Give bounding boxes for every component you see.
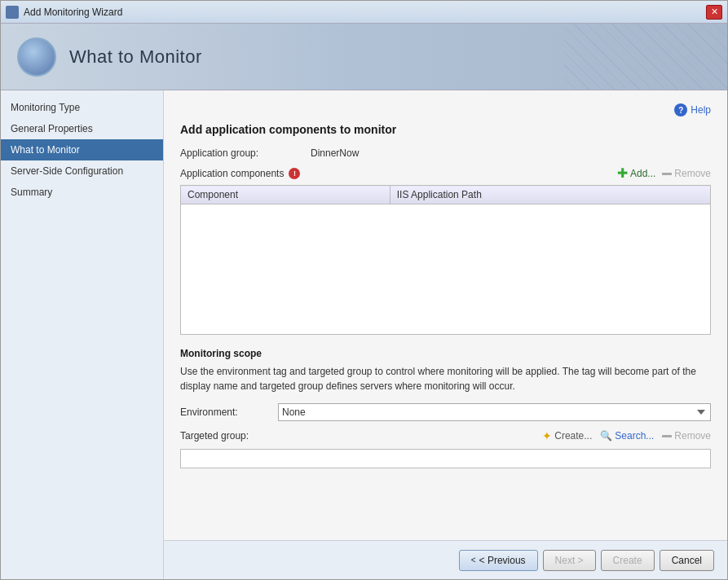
- scope-description: Use the environment tag and targeted gro…: [180, 364, 711, 393]
- targeted-group-input-area: [180, 449, 711, 468]
- sidebar-item-summary[interactable]: Summary: [1, 182, 163, 203]
- remove-button[interactable]: Remove: [662, 168, 711, 179]
- table-toolbar: ✚ Add... Remove: [617, 167, 711, 180]
- app-group-label: Application group:: [180, 147, 311, 159]
- sidebar-item-what-to-monitor[interactable]: What to Monitor: [1, 139, 163, 160]
- create-wizard-button[interactable]: Create: [601, 550, 655, 571]
- section-title: Add application components to monitor: [180, 123, 711, 136]
- main-content: ? Help Add application components to mon…: [164, 90, 727, 540]
- window-icon: [6, 6, 19, 19]
- main-panel: ? Help Add application components to mon…: [164, 90, 727, 579]
- table-empty-row: [181, 204, 711, 335]
- environment-label: Environment:: [180, 406, 278, 418]
- remove-icon: [662, 173, 672, 175]
- title-bar-left: Add Monitoring Wizard: [6, 6, 122, 19]
- title-bar: Add Monitoring Wizard ✕: [1, 1, 727, 24]
- environment-select[interactable]: None: [278, 403, 711, 421]
- sidebar-item-server-side-config[interactable]: Server-Side Configuration: [1, 160, 163, 182]
- app-components-label-group: Application components !: [180, 168, 617, 179]
- header-background-decoration: [564, 24, 727, 90]
- components-table: Component IIS Application Path: [180, 185, 711, 335]
- table-empty-cell: [181, 204, 711, 335]
- sidebar-item-general-properties[interactable]: General Properties: [1, 118, 163, 139]
- app-group-row: Application group: DinnerNow: [180, 147, 711, 159]
- close-button[interactable]: ✕: [706, 5, 722, 20]
- previous-chevron-icon: <: [471, 556, 476, 565]
- error-icon: !: [289, 168, 300, 179]
- targeted-group-label: Targeted group:: [180, 430, 278, 442]
- create-star-icon: ✦: [542, 429, 552, 442]
- add-plus-icon: ✚: [617, 167, 628, 180]
- environment-row: Environment: None: [180, 403, 711, 421]
- col-component: Component: [181, 186, 390, 204]
- search-button[interactable]: 🔍 Search...: [600, 430, 654, 442]
- targeted-group-row: Targeted group: ✦ Create... 🔍 Search...: [180, 429, 711, 442]
- app-components-label: Application components: [180, 168, 284, 179]
- targeted-group-toolbar: ✦ Create... 🔍 Search... Remove: [278, 429, 711, 442]
- help-label: Help: [690, 104, 711, 116]
- content-area: Monitoring Type General Properties What …: [1, 90, 727, 579]
- app-group-value: DinnerNow: [311, 147, 359, 159]
- create-button[interactable]: ✦ Create...: [542, 429, 592, 442]
- next-button[interactable]: Next >: [543, 550, 596, 571]
- wizard-window: Add Monitoring Wizard ✕ What to Monitor …: [0, 0, 728, 580]
- previous-button[interactable]: < < Previous: [459, 550, 538, 571]
- targeted-remove-icon: [662, 435, 672, 437]
- help-button[interactable]: ? Help: [674, 103, 711, 116]
- footer: < < Previous Next > Create Cancel: [164, 540, 727, 579]
- search-icon: 🔍: [600, 430, 612, 442]
- sidebar-item-monitoring-type[interactable]: Monitoring Type: [1, 97, 163, 118]
- app-components-row: Application components ! ✚ Add... Remove: [180, 167, 711, 180]
- window-title: Add Monitoring Wizard: [24, 7, 122, 18]
- add-button[interactable]: ✚ Add...: [617, 167, 655, 180]
- cancel-button[interactable]: Cancel: [660, 550, 714, 571]
- help-row: ? Help: [180, 103, 711, 116]
- sidebar: Monitoring Type General Properties What …: [1, 90, 164, 579]
- col-iis-path: IIS Application Path: [390, 186, 710, 204]
- monitoring-scope-section: Monitoring scope Use the environment tag…: [180, 348, 711, 468]
- wizard-header-title: What to Monitor: [69, 46, 202, 68]
- help-icon: ?: [674, 103, 687, 116]
- scope-header: Monitoring scope: [180, 348, 711, 359]
- wizard-header: What to Monitor: [1, 24, 727, 90]
- wizard-header-icon: [17, 37, 56, 77]
- targeted-remove-button[interactable]: Remove: [662, 430, 711, 442]
